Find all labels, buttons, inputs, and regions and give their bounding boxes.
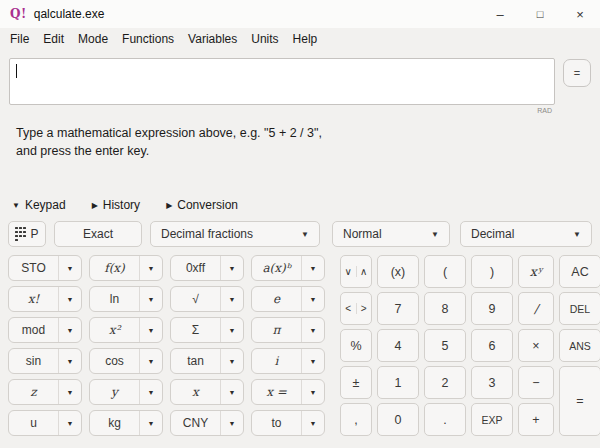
key-ans[interactable]: ANS	[559, 329, 600, 362]
key-power[interactable]: xʸ	[518, 255, 554, 288]
display-mode-dropdown[interactable]: Normal ▼	[332, 221, 450, 247]
key-cos-dropdown[interactable]: ▼	[139, 349, 162, 373]
key-axb-dropdown[interactable]: ▼	[301, 256, 324, 280]
key-cos[interactable]: cos▼	[89, 348, 163, 374]
key-x-dropdown[interactable]: ▼	[220, 380, 243, 404]
key-sin-dropdown[interactable]: ▼	[58, 349, 81, 373]
key-y-dropdown[interactable]: ▼	[139, 380, 162, 404]
key-sto[interactable]: STO▼	[8, 255, 82, 281]
menu-item-file[interactable]: File	[3, 30, 36, 48]
key-sum-dropdown[interactable]: ▼	[220, 318, 243, 342]
key-0[interactable]: 0	[377, 403, 419, 436]
key-decimal-point[interactable]: .	[424, 403, 466, 436]
menu-item-mode[interactable]: Mode	[71, 30, 115, 48]
exact-button[interactable]: Exact	[54, 221, 142, 247]
key-axb[interactable]: a(x)ᵇ▼	[251, 255, 325, 281]
menu-item-help[interactable]: Help	[286, 30, 325, 48]
key-5[interactable]: 5	[424, 329, 466, 362]
key-xsquared-dropdown[interactable]: ▼	[139, 318, 162, 342]
key-minus[interactable]: −	[518, 366, 554, 399]
chevron-up-icon[interactable]: ∧	[357, 266, 372, 277]
key-parens-x[interactable]: (x)	[377, 255, 419, 288]
cursor-left-right-button[interactable]: < >	[340, 292, 372, 325]
key-tan[interactable]: tan▼	[170, 348, 244, 374]
key-close-paren[interactable]: )	[471, 255, 513, 288]
key-to-dropdown[interactable]: ▼	[301, 411, 324, 435]
key-7[interactable]: 7	[377, 292, 419, 325]
menu-item-variables[interactable]: Variables	[181, 30, 244, 48]
key-6[interactable]: 6	[471, 329, 513, 362]
key-kg-dropdown[interactable]: ▼	[139, 411, 162, 435]
minimize-button[interactable]: –	[480, 0, 520, 28]
keypad-toggle[interactable]: ▼ Keypad	[12, 198, 66, 212]
key-plus[interactable]: +	[518, 403, 554, 436]
key-equals[interactable]: =	[559, 366, 600, 436]
key-e-dropdown[interactable]: ▼	[301, 287, 324, 311]
key-8[interactable]: 8	[424, 292, 466, 325]
key-sin[interactable]: sin▼	[8, 348, 82, 374]
key-i-dropdown[interactable]: ▼	[301, 349, 324, 373]
maximize-button[interactable]: □	[520, 0, 560, 28]
key-divide[interactable]: /	[518, 292, 554, 325]
key-pi[interactable]: π▼	[251, 317, 325, 343]
key-x[interactable]: x▼	[170, 379, 244, 405]
key-4[interactable]: 4	[377, 329, 419, 362]
key-unit[interactable]: u▼	[8, 410, 82, 436]
key-2[interactable]: 2	[424, 366, 466, 399]
key-fx[interactable]: f(x)▼	[89, 255, 163, 281]
key-kg[interactable]: kg▼	[89, 410, 163, 436]
close-button[interactable]: ×	[560, 0, 600, 28]
key-percent[interactable]: %	[340, 329, 372, 362]
key-open-paren[interactable]: (	[424, 255, 466, 288]
key-del[interactable]: DEL	[559, 292, 600, 325]
key-e[interactable]: e▼	[251, 286, 325, 312]
menu-item-units[interactable]: Units	[244, 30, 285, 48]
base-mode-dropdown[interactable]: Decimal ▼	[460, 221, 592, 247]
expression-input[interactable]	[9, 58, 555, 105]
key-factorial-dropdown[interactable]: ▼	[58, 287, 81, 311]
key-comma[interactable]: ,	[340, 403, 372, 436]
key-plusminus[interactable]: ±	[340, 366, 372, 399]
key-factorial[interactable]: x!▼	[8, 286, 82, 312]
key-ln-dropdown[interactable]: ▼	[139, 287, 162, 311]
chevron-right-icon[interactable]: >	[357, 303, 372, 314]
key-1[interactable]: 1	[377, 366, 419, 399]
key-fx-dropdown[interactable]: ▼	[139, 256, 162, 280]
conversion-toggle[interactable]: ▶ Conversion	[166, 198, 238, 212]
cursor-up-down-button[interactable]: ∨ ∧	[340, 255, 372, 288]
key-z[interactable]: z▼	[8, 379, 82, 405]
key-tan-dropdown[interactable]: ▼	[220, 349, 243, 373]
chevron-down-icon[interactable]: ∨	[341, 266, 357, 277]
key-pi-dropdown[interactable]: ▼	[301, 318, 324, 342]
chevron-left-icon[interactable]: <	[341, 303, 357, 314]
key-0xff-dropdown[interactable]: ▼	[220, 256, 243, 280]
key-3[interactable]: 3	[471, 366, 513, 399]
key-cny-dropdown[interactable]: ▼	[220, 411, 243, 435]
key-exp[interactable]: EXP	[471, 403, 513, 436]
key-xsquared[interactable]: x²▼	[89, 317, 163, 343]
menu-item-functions[interactable]: Functions	[115, 30, 181, 48]
key-to[interactable]: to▼	[251, 410, 325, 436]
key-cny[interactable]: CNY▼	[170, 410, 244, 436]
calculate-button[interactable]: =	[563, 59, 591, 87]
key-xequals-dropdown[interactable]: ▼	[301, 380, 324, 404]
fraction-mode-dropdown[interactable]: Decimal fractions ▼	[150, 221, 320, 247]
key-z-dropdown[interactable]: ▼	[58, 380, 81, 404]
key-sum[interactable]: Σ▼	[170, 317, 244, 343]
key-multiply[interactable]: ×	[518, 329, 554, 362]
key-sqrt[interactable]: √▼	[170, 286, 244, 312]
key-y[interactable]: y▼	[89, 379, 163, 405]
key-ln[interactable]: ln▼	[89, 286, 163, 312]
key-xequals[interactable]: x =▼	[251, 379, 325, 405]
key-unit-dropdown[interactable]: ▼	[58, 411, 81, 435]
key-sqrt-dropdown[interactable]: ▼	[220, 287, 243, 311]
key-ac[interactable]: AC	[559, 255, 600, 288]
programming-keypad-button[interactable]: P	[8, 221, 46, 247]
menu-item-edit[interactable]: Edit	[36, 30, 71, 48]
history-toggle[interactable]: ▶ History	[92, 198, 141, 212]
key-mod[interactable]: mod▼	[8, 317, 82, 343]
key-9[interactable]: 9	[471, 292, 513, 325]
key-sto-dropdown[interactable]: ▼	[58, 256, 81, 280]
key-0xff[interactable]: 0xff▼	[170, 255, 244, 281]
key-i[interactable]: i▼	[251, 348, 325, 374]
